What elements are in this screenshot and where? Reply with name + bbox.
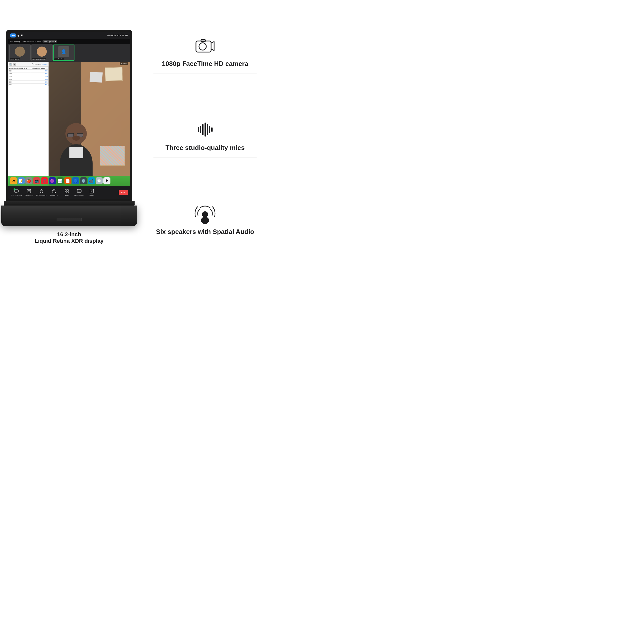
dock-icon-finder[interactable]: 🗂: [10, 177, 17, 184]
left-section: zoom Mon Oct 30 9:41 AM are: [0, 0, 138, 272]
svg-point-10: [53, 191, 54, 191]
ivan-label: Ivan Fuentes: [54, 58, 64, 60]
battery-icon: [21, 34, 23, 37]
dock-icon-apple[interactable]: 🍎: [25, 177, 32, 184]
cell-reduction: 3143: [8, 69, 31, 72]
zoom-view-button[interactable]: ⊕ View: [120, 62, 128, 65]
david-label: David Beau...: [10, 58, 20, 60]
right-section: 1080p FaceTime HD camera Three studio-qu…: [138, 0, 272, 272]
spreadsheet-table: Projected Reduction (Tons) Cost Savings …: [8, 67, 49, 86]
participant-thumbnail-carmen[interactable]: Carmen Sharafeld...: [31, 45, 53, 61]
cell-reduction: 3562: [8, 83, 31, 86]
wave-bar-7: [211, 127, 213, 132]
speakers-feature-title: Six speakers with Spatial Audio: [156, 228, 254, 236]
macbook-container: zoom Mon Oct 30 9:41 AM are: [1, 30, 137, 226]
wave-bar-1: [198, 127, 199, 132]
dock-icon-settings[interactable]: ⚙️: [80, 177, 87, 184]
search-icon[interactable]: 🔍: [9, 63, 12, 66]
participant-thumbnail-ivan[interactable]: 👤 Ivan Fuentes: [53, 45, 74, 61]
spatial-audio-svg: [192, 202, 218, 225]
display-label: 16.2-inch Liquid Retina XDR display: [35, 226, 104, 247]
svg-point-11: [54, 191, 55, 191]
whiteboards-icon: [76, 188, 82, 194]
svg-point-9: [52, 189, 56, 193]
zoom-view-options-button[interactable]: View Options ▼: [43, 40, 57, 43]
svg-rect-3: [21, 35, 22, 36]
toolbar-reactions[interactable]: Reactions: [48, 188, 60, 196]
wave-bar-3: [202, 124, 204, 135]
dock-icon-trash[interactable]: 🗑: [103, 177, 110, 184]
comments-button[interactable]: 💬 Comments: [32, 63, 41, 65]
wave-bar-4: [205, 123, 206, 137]
cork-artwork: [100, 146, 125, 166]
camera-feature-title: 1080p FaceTime HD camera: [162, 60, 248, 68]
zoom-time: Mon Oct 30 9:41 AM: [107, 34, 128, 37]
wifi-icon: [17, 34, 20, 37]
cell-savings: 838: [31, 78, 48, 81]
table-row: 2706 676: [8, 72, 48, 75]
macbook-hinge: [4, 201, 135, 206]
feature-mics: Three studio-quality mics: [153, 114, 257, 157]
dock-icon-music[interactable]: 🎵: [41, 177, 48, 184]
col-header-reduction: Projected Reduction (Tons): [8, 67, 31, 69]
ai-companion-label: AI Companion: [36, 194, 47, 196]
reactions-label: Reactions: [50, 194, 58, 196]
display-label-line1: 16.2-inch: [35, 231, 104, 238]
dock-icon-numbers[interactable]: 📊: [57, 177, 64, 184]
wave-bar-6: [209, 126, 210, 133]
dock-icon-notes[interactable]: 📝: [18, 177, 25, 184]
toolbar-apps[interactable]: Apps: [61, 188, 73, 196]
svg-point-23: [199, 43, 206, 50]
carmen-label: Carmen Sharafeld...: [32, 58, 47, 60]
zoom-thumbnails: David Beau... Carmen Sharafeld... 👤: [8, 44, 130, 62]
toolbar-whiteboards[interactable]: Whiteboards: [73, 188, 85, 196]
dock-icon-tv[interactable]: 📺: [33, 177, 40, 184]
apps-icon: [64, 188, 69, 194]
share-screen-label: Share Screen: [11, 194, 22, 196]
table-row: 2881 720: [8, 75, 48, 78]
zoom-signal-icons: [17, 34, 23, 37]
dock-icon-app[interactable]: 🔵: [72, 177, 79, 184]
participant-thumbnail-david[interactable]: David Beau...: [9, 45, 31, 61]
end-call-button[interactable]: End: [119, 190, 128, 195]
filter-icon[interactable]: ⚙: [13, 63, 16, 66]
david-avatar: [15, 47, 25, 57]
person-video: [49, 62, 130, 186]
green-dot: [14, 188, 16, 190]
svg-rect-12: [65, 189, 66, 191]
cell-reduction: 2706: [8, 72, 31, 75]
svg-rect-16: [77, 189, 81, 192]
zoom-dock: 🗂 📝 🍎 📺 🎵 🟣 📊 📄 🔵 ⚙️ 📹 🕐: [8, 176, 130, 186]
cell-reduction: 3300: [8, 81, 31, 83]
wave-bar-5: [207, 124, 208, 135]
spreadsheet-area: 🔍 ⚙ 💬 Comments ↑ Share Projected Reducti…: [8, 62, 49, 186]
apps-label: Apps: [65, 194, 69, 196]
carmen-face: [31, 45, 52, 59]
toolbar-share-screen[interactable]: Share Screen: [10, 188, 22, 196]
toolbar-notes[interactable]: Notes: [86, 188, 98, 196]
dock-icon-clock[interactable]: 🕐: [96, 177, 103, 184]
david-face: [10, 45, 30, 59]
toolbar-summary[interactable]: Summary: [23, 188, 35, 196]
whiteboards-svg: [77, 189, 82, 193]
feature-speakers: Six speakers with Spatial Audio: [153, 198, 257, 241]
svg-rect-18: [90, 189, 94, 193]
ai-companion-icon: [39, 188, 44, 194]
dock-icon-pages[interactable]: 📄: [64, 177, 71, 184]
cell-reduction: 3352: [8, 78, 31, 81]
summary-icon: [26, 188, 32, 194]
svg-rect-24: [201, 40, 206, 42]
cell-savings: 676: [31, 72, 48, 75]
toolbar-ai-companion[interactable]: AI Companion: [35, 188, 48, 196]
reactions-icon: [51, 188, 57, 194]
share-button[interactable]: ↑ Share: [42, 63, 48, 65]
dock-icon-zoom[interactable]: 📹: [88, 177, 95, 184]
zoom-main-content: 🔍 ⚙ 💬 Comments ↑ Share Projected Reducti…: [8, 62, 130, 186]
notes-icon: [89, 188, 95, 194]
zoom-notif-text: are viewing Ivan Fuentes's screen: [10, 40, 41, 43]
zoom-logo-button[interactable]: zoom: [10, 33, 16, 37]
col-header-savings: Cost Savings ($USD): [31, 67, 48, 69]
dock-icon-unknown[interactable]: 🟣: [49, 177, 56, 184]
zoom-ui: zoom Mon Oct 30 9:41 AM are: [8, 32, 130, 199]
mics-feature-title: Three studio-quality mics: [166, 144, 245, 152]
